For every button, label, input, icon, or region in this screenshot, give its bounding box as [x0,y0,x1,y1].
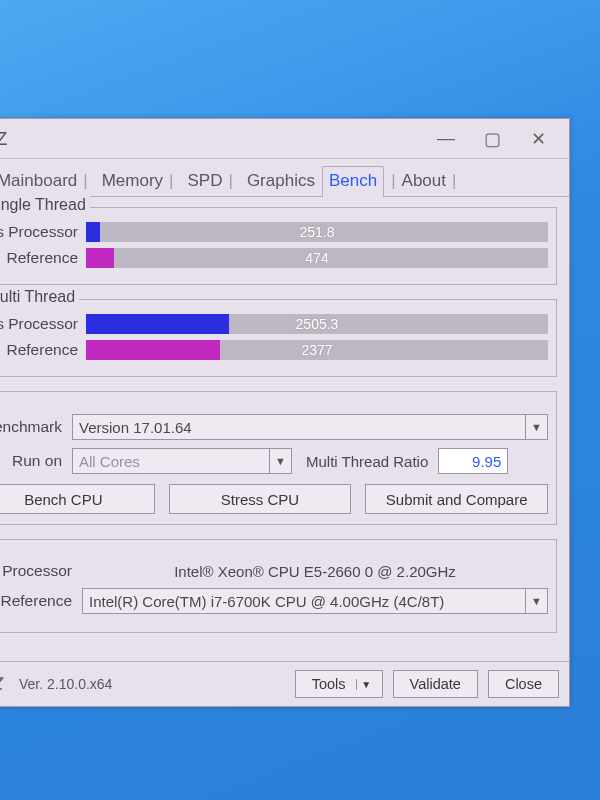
value-single-ref: 474 [305,248,328,268]
group-benchmark: Benchmark Version 17.01.64 ▼ Run on All … [0,391,557,525]
combo-benchmark-version[interactable]: Version 17.01.64 ▼ [72,414,548,440]
label-this-processor: his Processor [0,315,78,333]
row-this-processor: s Processor Intel® Xeon® CPU E5-2660 0 @… [0,562,548,580]
bar-single-ref: 474 [86,248,548,268]
tools-button[interactable]: Tools▼ [295,670,383,698]
group-processor: s Processor Intel® Xeon® CPU E5-2660 0 @… [0,539,557,633]
footer: PU-Z Ver. 2.10.0.x64 Tools▼ Validate Clo… [0,661,569,706]
tab-mainboard[interactable]: Mainboard| [0,166,95,197]
bar-multi-this: 2505.3 [86,314,548,334]
label-reference: Reference [0,592,72,610]
validate-button[interactable]: Validate [393,670,478,698]
fill-multi-this [86,314,229,334]
row-reference-processor: Reference Intel(R) Core(TM) i7-6700K CPU… [0,588,548,614]
chevron-down-icon: ▼ [525,589,547,613]
chevron-down-icon: ▼ [525,415,547,439]
value-multi-ref: 2377 [301,340,332,360]
tab-spd[interactable]: SPD| [181,166,240,197]
app-window: PU-Z — ▢ ✕ J| Mainboard| Memory| SPD| Gr… [0,118,570,707]
version-text: Ver. 2.10.0.x64 [19,676,112,692]
combo-reference-cpu[interactable]: Intel(R) Core(TM) i7-6700K CPU @ 4.00GHz… [82,588,548,614]
close-app-button[interactable]: Close [488,670,559,698]
value-multi-this: 2505.3 [296,314,339,334]
group-multi-thread: J Multi Thread his Processor 2505.3 Refe… [0,299,557,377]
brand: PU-Z [0,674,3,695]
row-benchmark-version: Benchmark Version 17.01.64 ▼ [0,414,548,440]
row-multi-this: his Processor 2505.3 [0,314,548,334]
label-mtr: Multi Thread Ratio [306,453,428,470]
label-this-processor: s Processor [0,562,72,580]
close-button[interactable]: ✕ [515,119,561,158]
bench-cpu-button[interactable]: Bench CPU [0,484,155,514]
label-reference: Reference [0,249,78,267]
tab-graphics[interactable]: Graphics [240,166,322,197]
label-reference: Reference [0,341,78,359]
row-single-this: his Processor 251.8 [0,222,548,242]
fill-single-ref [86,248,114,268]
label-run-on: Run on [0,452,62,470]
group-title-single: J Single Thread [0,196,90,214]
fill-single-this [86,222,100,242]
stress-cpu-button[interactable]: Stress CPU [169,484,352,514]
combo-run-on[interactable]: All Cores ▼ [72,448,292,474]
value-this-processor: Intel® Xeon® CPU E5-2660 0 @ 2.20GHz [82,563,548,580]
tab-about[interactable]: |About| [384,166,463,197]
fill-multi-ref [86,340,220,360]
row-run-on: Run on All Cores ▼ Multi Thread Ratio 9.… [0,448,548,474]
tab-strip: J| Mainboard| Memory| SPD| Graphics Benc… [0,159,569,196]
group-title-multi: J Multi Thread [0,288,79,306]
label-benchmark: Benchmark [0,418,62,436]
maximize-button[interactable]: ▢ [469,119,515,158]
window-title: PU-Z [0,128,7,150]
tab-bench[interactable]: Bench [322,166,384,197]
bar-single-this: 251.8 [86,222,548,242]
minimize-button[interactable]: — [423,119,469,158]
bar-multi-ref: 2377 [86,340,548,360]
chevron-down-icon: ▼ [356,679,376,690]
label-this-processor: his Processor [0,223,78,241]
row-single-ref: Reference 474 [0,248,548,268]
chevron-down-icon: ▼ [269,449,291,473]
row-multi-ref: Reference 2377 [0,340,548,360]
button-row: Bench CPU Stress CPU Submit and Compare [0,484,548,514]
tab-memory[interactable]: Memory| [95,166,181,197]
titlebar[interactable]: PU-Z — ▢ ✕ [0,119,569,159]
bench-panel: J Single Thread his Processor 251.8 Refe… [0,196,569,661]
value-single-this: 251.8 [299,222,334,242]
value-mtr: 9.95 [438,448,508,474]
group-single-thread: J Single Thread his Processor 251.8 Refe… [0,207,557,285]
submit-compare-button[interactable]: Submit and Compare [365,484,548,514]
